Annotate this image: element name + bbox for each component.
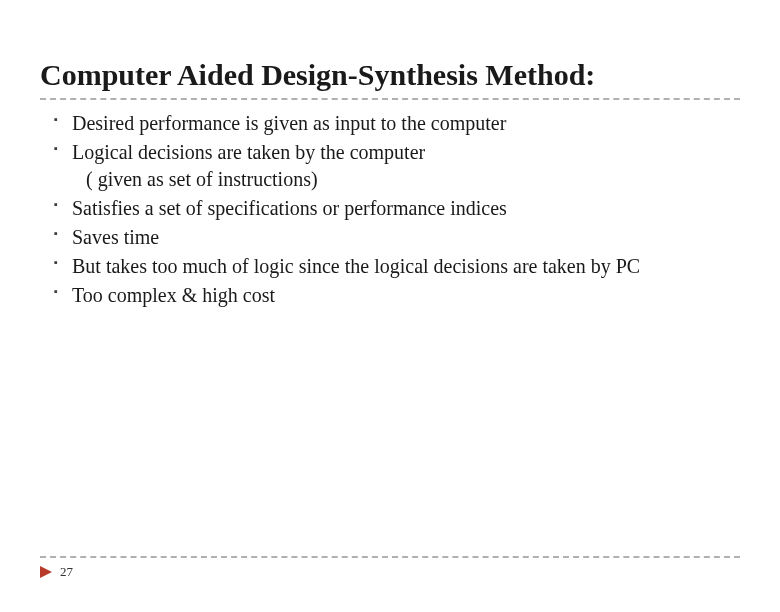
slide-title: Computer Aided Design-Synthesis Method: — [40, 58, 740, 98]
bullet-text: Logical decisions are taken by the compu… — [72, 141, 425, 163]
bullet-text: Desired performance is given as input to… — [72, 112, 506, 134]
bullet-subtext: ( given as set of instructions) — [72, 166, 740, 193]
list-item: Desired performance is given as input to… — [54, 110, 740, 137]
page-number: 27 — [60, 564, 73, 580]
bullet-list: Desired performance is given as input to… — [40, 110, 740, 309]
bullet-text: But takes too much of logic since the lo… — [72, 255, 640, 277]
list-item: Logical decisions are taken by the compu… — [54, 139, 740, 193]
footer-divider — [40, 556, 740, 558]
slide: Computer Aided Design-Synthesis Method: … — [0, 0, 780, 612]
list-item: Saves time — [54, 224, 740, 251]
arrow-icon — [40, 566, 52, 578]
slide-footer: 27 — [40, 556, 740, 580]
title-divider — [40, 98, 740, 100]
bullet-text: Too complex & high cost — [72, 284, 275, 306]
bullet-text: Satisfies a set of specifications or per… — [72, 197, 507, 219]
footer-row: 27 — [40, 564, 740, 580]
list-item: Satisfies a set of specifications or per… — [54, 195, 740, 222]
bullet-text: Saves time — [72, 226, 159, 248]
list-item: Too complex & high cost — [54, 282, 740, 309]
list-item: But takes too much of logic since the lo… — [54, 253, 740, 280]
